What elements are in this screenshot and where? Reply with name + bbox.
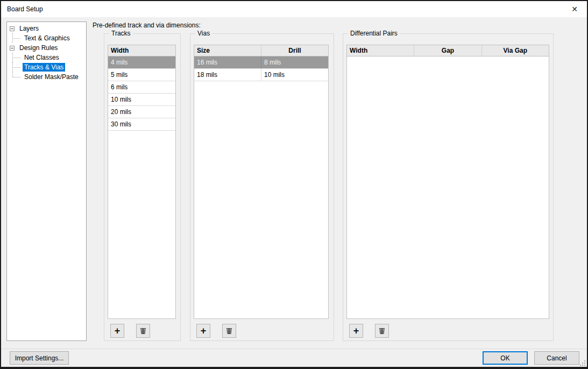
- table-cell: 10 mils: [261, 69, 328, 81]
- ok-button[interactable]: OK: [483, 351, 528, 365]
- differential-pairs-group: Differential Pairs WidthGapVia Gap +: [343, 33, 554, 341]
- add-differential-pair-button[interactable]: +: [349, 324, 363, 338]
- table-row[interactable]: 18 mils10 mils: [194, 69, 328, 81]
- table-cell: 16 mils: [194, 56, 261, 68]
- close-icon[interactable]: ✕: [562, 1, 587, 17]
- table-row[interactable]: 6 mils: [108, 81, 175, 94]
- import-settings-button[interactable]: Import Settings...: [10, 351, 69, 365]
- dialog-footer: Import Settings... OK Cancel: [1, 349, 587, 367]
- dialog-body: LayersText & GraphicsDesign RulesNet Cla…: [1, 17, 587, 349]
- vias-grid-body: 16 mils8 mils18 mils10 mils: [194, 56, 328, 81]
- table-cell: 4 mils: [108, 56, 175, 68]
- tracks-group-label: Tracks: [109, 30, 133, 37]
- tree-item-tracks-vias[interactable]: Tracks & Vias: [7, 62, 86, 72]
- tree-item-solder-mask-paste[interactable]: Solder Mask/Paste: [7, 72, 86, 82]
- vias-grid-header: SizeDrill: [194, 45, 328, 56]
- table-cell: 5 mils: [108, 69, 175, 81]
- table-cell: 10 mils: [108, 94, 175, 105]
- collapse-icon[interactable]: [10, 26, 15, 31]
- tree-item-net-classes[interactable]: Net Classes: [7, 53, 86, 62]
- tree-item-label: Layers: [18, 24, 40, 33]
- tree-item-text-graphics[interactable]: Text & Graphics: [7, 33, 86, 43]
- table-cell: 8 mils: [261, 56, 328, 68]
- vias-grid[interactable]: SizeDrill 16 mils8 mils18 mils10 mils: [194, 45, 329, 319]
- column-header-width[interactable]: Width: [108, 45, 175, 56]
- trash-icon: [378, 327, 386, 335]
- vias-group: Vias SizeDrill 16 mils8 mils18 mils10 mi…: [190, 33, 334, 341]
- delete-track-button[interactable]: [136, 324, 150, 338]
- resize-grip[interactable]: [580, 360, 585, 366]
- collapse-icon[interactable]: [10, 46, 15, 51]
- table-row[interactable]: 20 mils: [108, 106, 175, 118]
- delete-via-button[interactable]: [222, 324, 236, 338]
- column-header-drill[interactable]: Drill: [261, 45, 328, 56]
- tree-item-design-rules[interactable]: Design Rules: [7, 43, 86, 53]
- differential-pairs-group-label: Differential Pairs: [348, 30, 400, 37]
- trash-icon: [139, 327, 147, 335]
- delete-differential-pair-button[interactable]: [375, 324, 389, 338]
- tree-item-label: Net Classes: [23, 53, 61, 62]
- table-cell: 6 mils: [108, 81, 175, 93]
- board-setup-dialog: Board Setup ✕ LayersText & GraphicsDesig…: [0, 0, 588, 369]
- tracks-group: Tracks Width 4 mils5 mils6 mils10 mils20…: [104, 33, 181, 341]
- differential-pairs-grid-header: WidthGapVia Gap: [347, 45, 549, 56]
- title-bar: Board Setup ✕: [1, 1, 587, 17]
- column-header-gap[interactable]: Gap: [414, 45, 481, 56]
- table-row[interactable]: 16 mils8 mils: [194, 56, 328, 69]
- window-title: Board Setup: [1, 5, 43, 13]
- tracks-grid-header: Width: [108, 45, 175, 56]
- table-row[interactable]: 10 mils: [108, 94, 175, 106]
- tree-item-label: Tracks & Vias: [23, 63, 65, 72]
- table-row[interactable]: 30 mils: [108, 118, 175, 131]
- add-via-button[interactable]: +: [196, 324, 210, 338]
- add-track-button[interactable]: +: [110, 324, 124, 338]
- vias-group-label: Vias: [195, 30, 212, 37]
- tracks-grid-body: 4 mils5 mils6 mils10 mils20 mils30 mils: [108, 56, 175, 131]
- table-row[interactable]: 4 mils: [108, 56, 175, 69]
- table-cell: 30 mils: [108, 118, 175, 130]
- layer-tree: LayersText & GraphicsDesign RulesNet Cla…: [6, 22, 87, 341]
- table-cell: 18 mils: [194, 69, 261, 81]
- tree-item-layers[interactable]: Layers: [7, 24, 86, 33]
- tree-item-label: Design Rules: [18, 44, 59, 52]
- trash-icon: [225, 327, 233, 335]
- predefined-dimensions-heading: Pre-defined track and via dimensions:: [93, 22, 201, 29]
- column-header-width[interactable]: Width: [347, 45, 414, 56]
- tree-item-label: Solder Mask/Paste: [23, 73, 80, 81]
- column-header-via-gap[interactable]: Via Gap: [482, 45, 549, 56]
- differential-pairs-grid[interactable]: WidthGapVia Gap: [346, 45, 549, 319]
- column-header-size[interactable]: Size: [194, 45, 261, 56]
- tracks-grid[interactable]: Width 4 mils5 mils6 mils10 mils20 mils30…: [108, 45, 176, 319]
- table-row[interactable]: 5 mils: [108, 69, 175, 81]
- table-cell: 20 mils: [108, 106, 175, 118]
- tree-item-label: Text & Graphics: [23, 34, 72, 42]
- cancel-button[interactable]: Cancel: [534, 351, 579, 365]
